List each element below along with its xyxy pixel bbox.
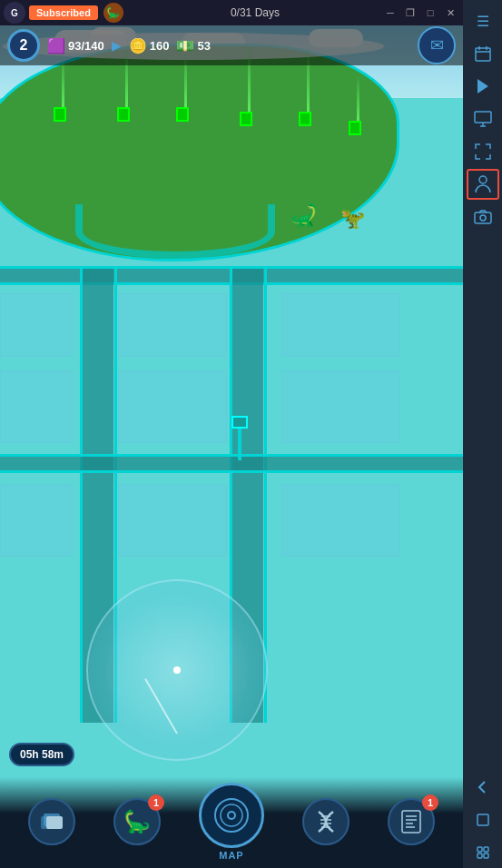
dna-nav-item[interactable]	[302, 798, 349, 845]
dino-nav-badge: 1	[148, 794, 164, 811]
coin-count: 160	[150, 39, 170, 53]
dart-resource: 🟪 93/140	[47, 37, 104, 54]
block-5	[118, 370, 227, 443]
cash-count: 53	[197, 39, 210, 53]
coin-resource: 🪙 160	[129, 37, 170, 54]
titlebar: G Subscribed 🦕 0/31 Days ─ ❐ □ ✕	[0, 0, 463, 25]
maximize-button[interactable]: □	[421, 5, 439, 21]
island-road	[75, 204, 275, 259]
nav-items-container: 🦕 1 MAP	[0, 783, 463, 861]
bottom-nav: 🦕 1 MAP	[0, 777, 463, 868]
coin-icon: 🪙	[129, 37, 147, 54]
block-9	[281, 484, 399, 557]
map-nav-label: MAP	[219, 850, 243, 861]
map-nav-item[interactable]: MAP	[199, 783, 264, 861]
svg-point-8	[479, 176, 487, 183]
road-h2-border-bottom	[0, 470, 463, 473]
block-6	[281, 370, 399, 443]
block-7	[0, 484, 73, 557]
dino-badge: 🦕	[103, 3, 123, 23]
dna-nav-icon	[302, 798, 349, 845]
app-logo: G	[4, 2, 25, 24]
supply-drop-6	[354, 75, 361, 135]
hud-top-bar: 2 🟪 93/140 ▶ 🪙 160 💵 53 ✉	[0, 25, 463, 65]
tasks-nav-item[interactable]: 1	[388, 798, 435, 845]
sidebar-menu-icon[interactable]: ☰	[467, 5, 499, 36]
svg-rect-5	[475, 112, 491, 123]
sidebar-home-icon[interactable]	[467, 804, 499, 835]
vroad-border-l1	[80, 269, 83, 723]
sidebar-play-icon[interactable]	[467, 71, 499, 102]
sidebar-recent-icon[interactable]	[467, 837, 499, 868]
timer-badge: 05h 58m	[9, 743, 74, 766]
cards-nav-icon	[28, 798, 75, 845]
svg-rect-15	[484, 853, 488, 858]
radar-circle	[86, 579, 268, 761]
cash-icon: 💵	[176, 37, 194, 54]
cards-nav-item[interactable]	[28, 798, 75, 845]
svg-rect-11	[477, 814, 488, 825]
dino-nav-item[interactable]: 🦕 1	[113, 798, 161, 845]
hud-arrow-right: ▶	[112, 38, 122, 53]
sidebar-back-icon[interactable]	[467, 772, 499, 803]
block-4	[0, 370, 73, 443]
sidebar-monitor-icon[interactable]	[467, 104, 499, 134]
dart-count: 93/140	[68, 39, 104, 53]
block-8	[118, 484, 227, 557]
svg-rect-13	[484, 847, 488, 852]
svg-rect-27	[402, 811, 420, 833]
map-nav-icon	[199, 783, 264, 848]
block-1	[0, 293, 73, 357]
dino-triceratops: 🦖	[340, 207, 365, 231]
game-map[interactable]: 🦕 🦖	[0, 25, 463, 868]
days-counter: 0/31 Days	[129, 6, 381, 19]
cash-resource: 💵 53	[176, 37, 210, 54]
timer-label: 05h 58m	[20, 748, 64, 761]
svg-point-22	[229, 813, 234, 818]
sidebar-camera-icon[interactable]	[467, 202, 499, 232]
radar-dot	[173, 666, 181, 674]
restore-button[interactable]: ❐	[401, 5, 419, 21]
block-2	[118, 293, 227, 357]
sidebar-person-icon[interactable]	[467, 169, 499, 200]
svg-marker-4	[477, 79, 488, 94]
minimize-button[interactable]: ─	[381, 5, 399, 21]
player-marker	[231, 416, 248, 460]
block-3	[281, 293, 399, 357]
dino-stegosaurus: 🦕	[290, 202, 318, 228]
player-level: 2	[7, 29, 40, 62]
sidebar: ☰	[463, 0, 502, 868]
svg-rect-14	[477, 853, 482, 858]
radar-needle	[144, 678, 178, 735]
svg-rect-18	[46, 816, 63, 829]
close-button[interactable]: ✕	[441, 5, 459, 21]
subscribed-badge: Subscribed	[29, 5, 98, 20]
svg-point-10	[480, 215, 486, 221]
mail-button[interactable]: ✉	[418, 26, 456, 64]
svg-rect-0	[476, 48, 490, 61]
svg-rect-9	[475, 212, 491, 223]
sidebar-expand-icon[interactable]	[467, 136, 499, 167]
sidebar-calendar-icon[interactable]	[467, 38, 499, 69]
tasks-nav-badge: 1	[422, 794, 438, 811]
svg-rect-12	[477, 847, 482, 852]
dart-icon: 🟪	[47, 37, 65, 54]
window-controls: ─ ❐ □ ✕	[381, 5, 459, 21]
